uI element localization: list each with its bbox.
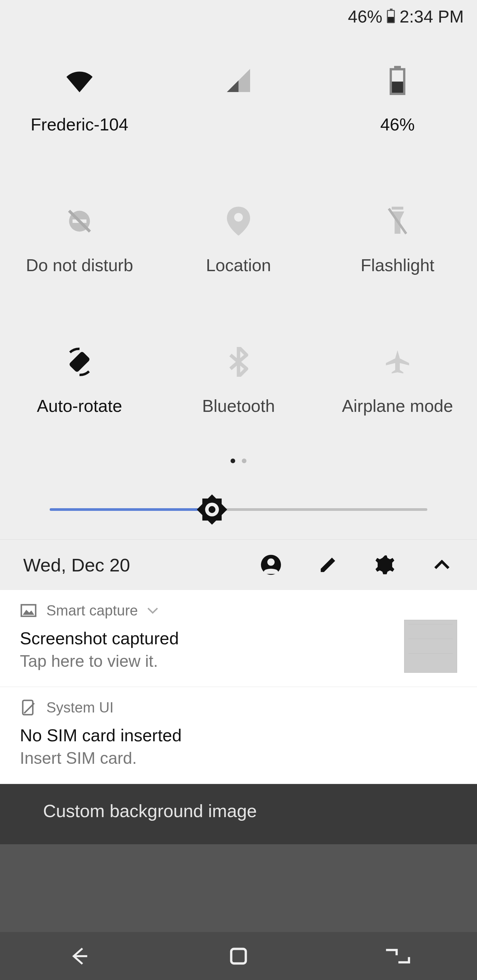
dnd-icon [65, 207, 94, 235]
tile-label: Auto-rotate [37, 396, 122, 416]
wifi-icon [65, 66, 94, 95]
brightness-thumb-icon[interactable] [195, 493, 228, 526]
page-dot-2[interactable] [242, 458, 246, 463]
location-icon [224, 207, 253, 235]
clock: 2:34 PM [399, 6, 464, 27]
background-peek-text: Custom background image [43, 801, 257, 821]
back-button[interactable] [60, 941, 99, 971]
recents-button[interactable] [378, 941, 417, 971]
quick-tiles-grid: Frederic-104 46% Do not disturb [0, 30, 477, 452]
tile-location[interactable]: Location [159, 170, 318, 311]
tile-label: 46% [380, 115, 415, 134]
picture-icon [20, 602, 37, 619]
home-button[interactable] [219, 941, 258, 971]
svg-rect-9 [69, 351, 91, 373]
svg-rect-17 [231, 949, 246, 963]
tile-bluetooth[interactable]: Bluetooth [159, 311, 318, 452]
flashlight-icon [383, 207, 412, 235]
page-indicator [0, 452, 477, 480]
nav-bar [0, 932, 477, 980]
svg-rect-7 [392, 207, 404, 210]
page-dot-1[interactable] [231, 458, 235, 463]
sim-missing-icon [20, 699, 37, 716]
user-button[interactable] [259, 553, 283, 577]
chevron-down-icon[interactable] [147, 607, 158, 614]
brightness-slider[interactable] [0, 480, 477, 539]
qs-footer: Wed, Dec 20 [0, 539, 477, 590]
tile-label: Do not disturb [26, 255, 133, 275]
notification-app: System UI [46, 699, 113, 716]
autorotate-icon [65, 348, 94, 376]
tile-cellular[interactable] [159, 30, 318, 170]
battery-tile-icon [383, 66, 412, 95]
status-bar: 46% 2:34 PM [0, 0, 477, 30]
notification-title: Screenshot captured [20, 628, 457, 648]
notification-subtitle: Tap here to view it. [20, 652, 457, 671]
svg-point-13 [267, 558, 274, 566]
notification-item[interactable]: System UI No SIM card inserted Insert SI… [0, 687, 477, 784]
tile-flashlight[interactable]: Flashlight [318, 170, 477, 311]
tile-label: Frederic-104 [31, 115, 129, 134]
svg-point-6 [234, 213, 243, 221]
settings-button[interactable] [373, 553, 397, 577]
battery-icon [387, 10, 395, 23]
svg-point-11 [209, 506, 215, 513]
tile-airplane[interactable]: Airplane mode [318, 311, 477, 452]
signal-icon [224, 66, 253, 95]
bluetooth-icon [224, 348, 253, 376]
notification-item[interactable]: Smart capture Screenshot captured Tap he… [0, 590, 477, 687]
tile-label: Location [206, 255, 271, 275]
collapse-button[interactable] [430, 553, 454, 577]
notification-title: No SIM card inserted [20, 725, 457, 745]
tile-autorotate[interactable]: Auto-rotate [0, 311, 159, 452]
notification-subtitle: Insert SIM card. [20, 749, 457, 768]
tile-wifi[interactable]: Frederic-104 [0, 30, 159, 170]
svg-rect-2 [392, 81, 403, 93]
tile-label: Bluetooth [202, 396, 275, 416]
tile-label: Flashlight [361, 255, 435, 275]
notification-app: Smart capture [46, 602, 138, 619]
battery-percent: 46% [348, 6, 382, 27]
tile-dnd[interactable]: Do not disturb [0, 170, 159, 311]
tile-label: Airplane mode [342, 396, 453, 416]
tile-battery[interactable]: 46% [318, 30, 477, 170]
airplane-icon [383, 348, 412, 376]
notification-thumbnail [404, 620, 457, 673]
notification-list: Smart capture Screenshot captured Tap he… [0, 590, 477, 784]
date-label: Wed, Dec 20 [23, 554, 226, 576]
background-peek-row[interactable]: Custom background image [0, 784, 477, 844]
quick-settings-panel: 46% 2:34 PM Frederic-104 4 [0, 0, 477, 590]
edit-button[interactable] [316, 553, 340, 577]
